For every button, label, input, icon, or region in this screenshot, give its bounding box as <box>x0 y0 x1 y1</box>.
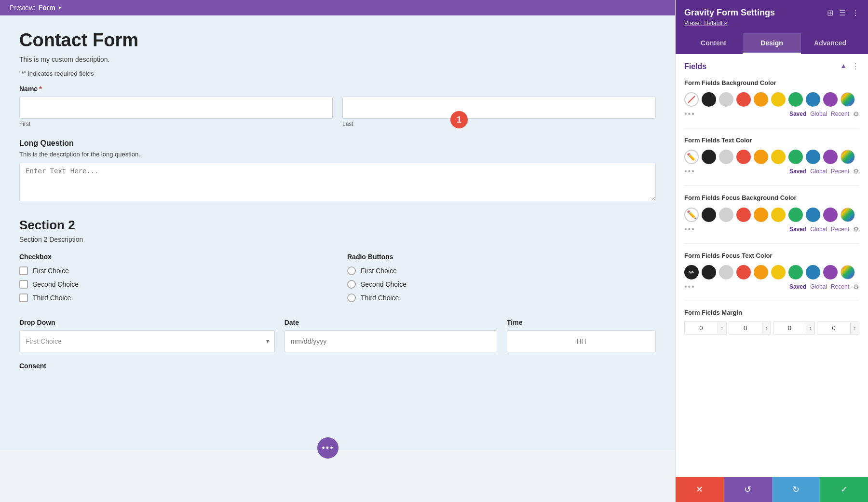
text-color-blue[interactable] <box>806 150 820 164</box>
tab-advanced[interactable]: Advanced <box>801 33 859 54</box>
focus-text-color-red[interactable] <box>736 265 751 279</box>
focus-text-color-orange[interactable] <box>754 265 768 279</box>
text-color-green[interactable] <box>788 150 803 164</box>
radio-item-1[interactable]: First Choice <box>347 266 656 275</box>
cancel-button[interactable]: ✕ <box>676 477 724 502</box>
focus-bg-color-black[interactable] <box>702 208 716 222</box>
bg-color-purple[interactable] <box>823 92 838 107</box>
focus-bg-color-lightgray[interactable] <box>719 208 733 222</box>
text-color-settings-icon[interactable]: ⚙ <box>853 167 859 175</box>
bg-color-orange[interactable] <box>754 92 768 107</box>
focus-text-color-purple[interactable] <box>823 265 838 279</box>
margin-inputs: ↕ ↕ ↕ ↕ <box>684 321 859 335</box>
checkbox-item-2[interactable]: Second Choice <box>19 280 328 289</box>
checkbox-box-1[interactable] <box>19 266 28 275</box>
restore-icon[interactable]: ⊞ <box>827 8 833 17</box>
focus-bg-color-global[interactable]: Global <box>810 226 827 233</box>
bg-color-green[interactable] <box>788 92 803 107</box>
text-color-saved[interactable]: Saved <box>789 168 806 175</box>
form-dropdown-arrow[interactable]: ▾ <box>58 4 61 11</box>
focus-text-color-green[interactable] <box>788 265 803 279</box>
text-color-pen[interactable]: ✏️ <box>684 150 699 164</box>
last-name-input[interactable] <box>342 97 656 119</box>
redo-button[interactable]: ↻ <box>772 477 820 502</box>
text-color-picker[interactable] <box>841 150 855 164</box>
margin-left-input[interactable] <box>817 321 850 335</box>
dots-button[interactable]: ••• <box>317 437 339 459</box>
focus-bg-color-red[interactable] <box>736 208 751 222</box>
focus-bg-color-green[interactable] <box>788 208 803 222</box>
focus-bg-color-purple[interactable] <box>823 208 838 222</box>
undo-button[interactable]: ↺ <box>724 477 772 502</box>
text-color-global[interactable]: Global <box>810 168 827 175</box>
margin-bottom-input[interactable] <box>773 321 806 335</box>
focus-bg-color-picker[interactable] <box>841 208 855 222</box>
bg-color-settings-icon[interactable]: ⚙ <box>853 110 859 118</box>
margin-right-unit[interactable]: ↕ <box>762 322 771 334</box>
margin-left-unit[interactable]: ↕ <box>850 322 859 334</box>
focus-bg-color-blue[interactable] <box>806 208 820 222</box>
settings-preset-link[interactable]: Preset: Default » <box>684 20 727 27</box>
focus-bg-color-yellow[interactable] <box>771 208 786 222</box>
fields-collapse-icon[interactable]: ▲ <box>840 62 847 71</box>
bg-color-lightgray[interactable] <box>719 92 733 107</box>
focus-text-color-picker[interactable] <box>841 265 855 279</box>
bg-color-global[interactable]: Global <box>810 111 827 117</box>
text-color-purple[interactable] <box>823 150 838 164</box>
dropdown-select[interactable]: First Choice <box>19 330 275 352</box>
text-color-lightgray[interactable] <box>719 150 733 164</box>
first-name-input[interactable] <box>19 97 333 119</box>
bg-color-recent[interactable]: Recent <box>831 111 849 117</box>
focus-text-color-saved[interactable]: Saved <box>789 283 806 290</box>
more-icon[interactable]: ⋮ <box>852 8 859 17</box>
focus-text-color-black[interactable] <box>702 265 716 279</box>
text-color-red[interactable] <box>736 150 751 164</box>
radio-circle-3[interactable] <box>347 293 356 302</box>
focus-bg-color-pen[interactable]: ✏️ <box>684 208 699 222</box>
checkbox-item-3[interactable]: Third Choice <box>19 293 328 302</box>
long-question-textarea[interactable] <box>19 163 656 201</box>
focus-text-color-blue[interactable] <box>806 265 820 279</box>
date-input[interactable] <box>285 330 497 352</box>
time-input[interactable] <box>507 330 656 352</box>
checkbox-item-1[interactable]: First Choice <box>19 266 328 275</box>
radio-circle-1[interactable] <box>347 266 356 275</box>
focus-bg-color-settings-icon[interactable]: ⚙ <box>853 225 859 233</box>
radio-item-3[interactable]: Third Choice <box>347 293 656 302</box>
focus-text-color-global[interactable]: Global <box>810 283 827 290</box>
focus-text-color-lightgray[interactable] <box>719 265 733 279</box>
checkbox-box-3[interactable] <box>19 293 28 302</box>
radio-item-2[interactable]: Second Choice <box>347 280 656 289</box>
save-button[interactable]: ✓ <box>820 477 868 502</box>
focus-text-color-yellow[interactable] <box>771 265 786 279</box>
focus-bg-color-saved[interactable]: Saved <box>789 226 806 233</box>
bg-color-transparent[interactable] <box>684 92 699 107</box>
margin-bottom-unit[interactable]: ↕ <box>806 322 814 334</box>
focus-text-color-recent[interactable]: Recent <box>831 283 849 290</box>
text-color-recent[interactable]: Recent <box>831 168 849 175</box>
text-color-orange[interactable] <box>754 150 768 164</box>
bg-color-picker[interactable] <box>841 92 855 107</box>
bg-color-black[interactable] <box>702 92 716 107</box>
bg-color-saved[interactable]: Saved <box>789 111 806 117</box>
fields-more-icon[interactable]: ⋮ <box>852 62 859 71</box>
radio-circle-2[interactable] <box>347 280 356 289</box>
margin-top-unit[interactable]: ↕ <box>718 322 726 334</box>
text-color-yellow[interactable] <box>771 150 786 164</box>
focus-bg-color-recent[interactable]: Recent <box>831 226 849 233</box>
bg-color-red[interactable] <box>736 92 751 107</box>
bg-color-yellow[interactable] <box>771 92 786 107</box>
margin-right-input[interactable] <box>729 321 762 335</box>
focus-text-color-settings-icon[interactable]: ⚙ <box>853 283 859 291</box>
bg-color-blue[interactable] <box>806 92 820 107</box>
checkbox-box-2[interactable] <box>19 280 28 289</box>
focus-bg-color-orange[interactable] <box>754 208 768 222</box>
name-label: Name * <box>19 85 656 93</box>
text-color-black[interactable] <box>702 150 716 164</box>
text-color-save-row: ••• Saved Global Recent ⚙ <box>684 167 859 176</box>
margin-top-input[interactable] <box>685 321 718 335</box>
tab-design[interactable]: Design <box>743 33 801 54</box>
focus-text-color-pen-black[interactable]: ✏ <box>684 265 699 279</box>
tab-content[interactable]: Content <box>684 33 743 54</box>
split-icon[interactable]: ☰ <box>839 8 846 17</box>
